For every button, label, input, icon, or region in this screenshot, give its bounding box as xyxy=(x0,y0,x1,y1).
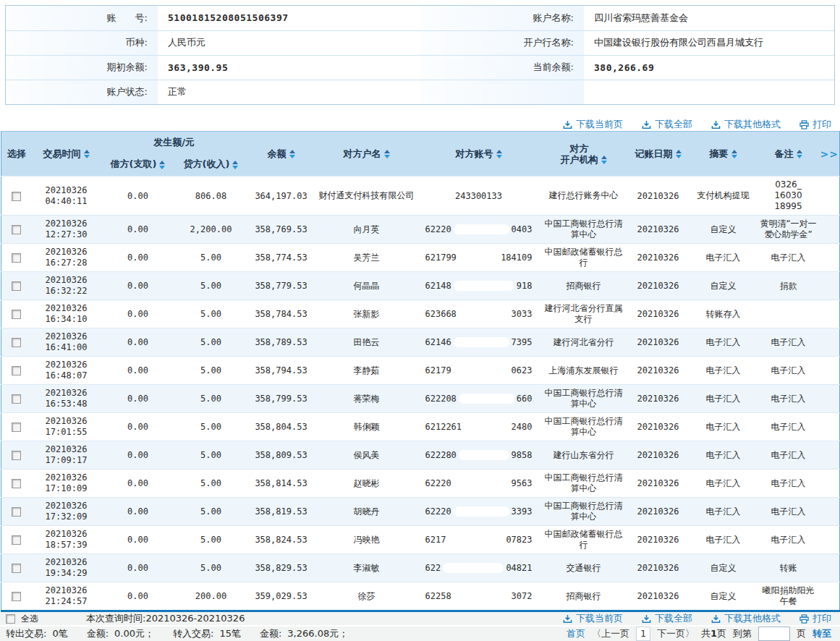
cell-party-bank: 上海浦东发展银行 xyxy=(540,357,628,385)
print-link[interactable]: 打印 xyxy=(799,118,831,131)
download-other-format-link[interactable]: 下载其他格式 xyxy=(711,118,781,131)
cell-debit: 0.00 xyxy=(101,385,175,413)
col-header-balance[interactable]: 余额 xyxy=(247,132,315,177)
outgoing-amount: 0.00元； xyxy=(114,627,154,640)
cell-transaction-time: 2021032617:09:17 xyxy=(32,441,101,470)
cell-post-date: 20210326 xyxy=(628,272,689,300)
download-icon xyxy=(642,120,651,130)
goto-page-input[interactable] xyxy=(758,627,790,641)
cell-summary: 转账存入 xyxy=(689,300,758,328)
cell-note: 电子汇入 xyxy=(758,413,819,441)
table-row: 2021032616:34:100.005.00358,784.53张新影623… xyxy=(1,300,840,328)
cell-select xyxy=(1,413,32,441)
col-header-time[interactable]: 交易时间 xyxy=(32,132,101,177)
sort-icon xyxy=(496,150,502,158)
cell-party-name: 蒋荣梅 xyxy=(315,385,418,413)
col-header-summary[interactable]: 摘要 xyxy=(689,132,758,177)
row-checkbox[interactable] xyxy=(12,592,21,601)
col-header-post-date[interactable]: 记账日期 xyxy=(628,132,689,177)
cell-debit: 0.00 xyxy=(101,554,175,582)
row-checkbox[interactable] xyxy=(12,479,21,488)
row-checkbox[interactable] xyxy=(12,192,21,201)
download-all-link[interactable]: 下载全部 xyxy=(642,612,692,625)
sort-icon xyxy=(731,150,737,158)
field-label: 账户名称: xyxy=(420,6,584,30)
masked-digits xyxy=(454,478,509,488)
masked-digits xyxy=(459,394,514,404)
cell-credit: 5.00 xyxy=(175,554,247,582)
download-current-page-link[interactable]: 下载当前页 xyxy=(563,612,623,625)
incoming-amount: 3,266.08元； xyxy=(287,627,348,640)
cell-party-account: 62204821 xyxy=(418,554,540,582)
cell-party-bank: 中国邮政储蓄银行总行 xyxy=(540,526,628,554)
cell-note: 曦阳捐助阳光午餐 xyxy=(758,582,819,611)
cell-party-name: 何晶晶 xyxy=(315,272,418,300)
cell-summary: 电子汇入 xyxy=(689,328,758,357)
cell-debit: 0.00 xyxy=(101,582,175,611)
row-checkbox[interactable] xyxy=(12,366,21,375)
table-row: 2021032617:32:090.005.00358,819.53胡晓丹622… xyxy=(1,498,840,526)
row-checkbox[interactable] xyxy=(12,253,21,263)
download-current-page-link[interactable]: 下载当前页 xyxy=(563,118,623,131)
cell-balance: 358,819.53 xyxy=(247,498,315,526)
row-checkbox[interactable] xyxy=(12,225,21,234)
cell-more xyxy=(819,385,840,413)
cell-balance: 358,809.53 xyxy=(247,441,315,470)
cell-party-bank: 交通银行 xyxy=(540,554,628,582)
cell-party-name: 韩俐颖 xyxy=(315,413,418,441)
prev-page-button[interactable]: 〈上一页 xyxy=(592,627,629,640)
row-checkbox[interactable] xyxy=(12,310,21,319)
incoming-label: 转入交易: xyxy=(173,627,213,640)
next-page-button[interactable]: 下一页〉 xyxy=(657,627,695,640)
cell-note: 电子汇入 xyxy=(758,328,819,357)
cell-party-name: 侯风美 xyxy=(315,441,418,470)
cell-party-name: 张新影 xyxy=(315,300,418,328)
col-header-credit[interactable]: 贷方(收入) xyxy=(175,153,247,177)
cell-note: 电子汇入 xyxy=(758,244,819,272)
row-checkbox[interactable] xyxy=(12,507,21,517)
row-checkbox[interactable] xyxy=(12,535,21,545)
cell-party-bank: 中国工商银行总行清算中心 xyxy=(540,385,628,413)
cell-credit: 5.00 xyxy=(175,244,247,272)
col-header-note[interactable]: 备注 xyxy=(758,132,819,177)
pagination: 首页 〈上一页 1 下一页〉 共1页 到第 页 转至 xyxy=(567,627,831,641)
more-columns-button[interactable]: >> xyxy=(819,132,840,177)
cell-party-name: 吴芳兰 xyxy=(315,244,418,272)
sort-icon xyxy=(84,150,90,158)
row-checkbox[interactable] xyxy=(12,451,21,460)
masked-digits xyxy=(454,337,509,347)
first-page-link[interactable]: 首页 xyxy=(567,627,585,640)
row-checkbox[interactable] xyxy=(12,281,21,291)
account-info-row: 账 号:51001815208051506397账户名称:四川省索玛慈善基金会 xyxy=(6,6,834,30)
cell-party-name: 徐莎 xyxy=(315,582,418,611)
cell-more xyxy=(819,470,840,498)
row-checkbox[interactable] xyxy=(12,394,21,404)
outgoing-label: 转出交易: xyxy=(6,627,46,640)
col-header-party-name[interactable]: 对方户名 xyxy=(315,132,418,177)
cell-summary: 电子汇入 xyxy=(689,244,758,272)
row-checkbox[interactable] xyxy=(12,338,21,347)
cell-credit: 200.00 xyxy=(175,582,247,611)
col-header-party-account[interactable]: 对方账号 xyxy=(418,132,540,177)
cell-credit: 5.00 xyxy=(175,385,247,413)
download-other-format-link[interactable]: 下载其他格式 xyxy=(711,612,781,625)
cell-party-account: 621790623 xyxy=(418,357,540,385)
cell-party-account: 62122612480 xyxy=(418,413,540,441)
col-header-debit[interactable]: 借方(支取) xyxy=(101,153,175,177)
cell-balance: 358,829.53 xyxy=(247,554,315,582)
download-all-link[interactable]: 下载全部 xyxy=(642,118,692,131)
page-unit-label: 页 xyxy=(797,627,806,640)
cell-summary: 电子汇入 xyxy=(689,470,758,498)
row-checkbox[interactable] xyxy=(12,423,21,432)
cell-balance: 358,799.53 xyxy=(247,385,315,413)
goto-button[interactable]: 转至 xyxy=(813,627,831,640)
cell-debit: 0.00 xyxy=(101,328,175,357)
link-label: 下载其他格式 xyxy=(724,612,781,625)
col-header-party-bank[interactable]: 对方开户机构 xyxy=(540,132,628,177)
cell-party-bank: 中国工商银行总行清算中心 xyxy=(540,413,628,441)
cell-party-account: 622208660 xyxy=(418,385,540,413)
select-all-checkbox[interactable] xyxy=(6,614,15,624)
row-checkbox[interactable] xyxy=(12,564,21,573)
print-link[interactable]: 打印 xyxy=(799,612,831,625)
current-page-box: 1 xyxy=(636,627,650,641)
